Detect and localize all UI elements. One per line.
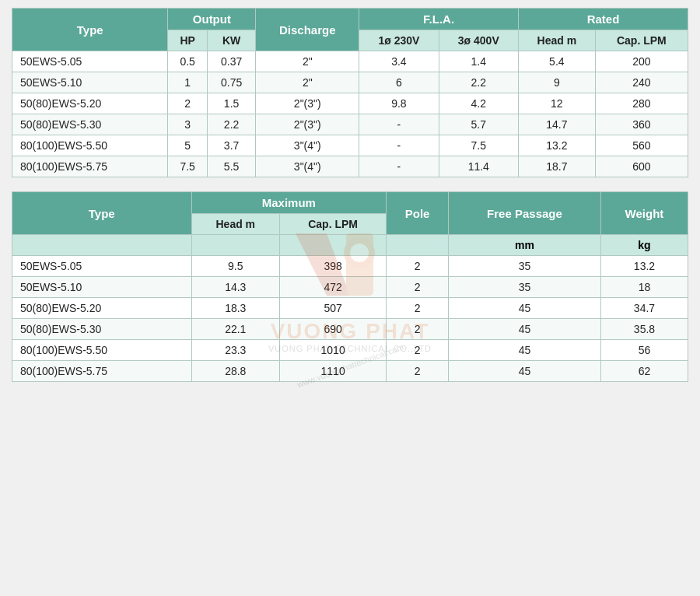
t2-h-maximum: Maximum xyxy=(191,192,387,214)
table-row: 50(80)EWS-5.20 18.3 507 2 45 34.7 xyxy=(12,298,688,319)
t2-cap-cell: 1110 xyxy=(280,361,387,382)
t1-hp-cell: 7.5 xyxy=(168,156,207,177)
t2-weight-cell: 56 xyxy=(600,340,688,361)
t2-head-cell: 14.3 xyxy=(191,277,280,298)
t1-kw-cell: 3.7 xyxy=(207,135,256,156)
t1-fla3-cell: 11.4 xyxy=(439,156,518,177)
t1-head-cell: 9 xyxy=(518,72,595,93)
t1-h-rated: Rated xyxy=(518,9,688,30)
t2-weight-cell: 62 xyxy=(600,361,688,382)
t1-fla1-cell: 6 xyxy=(359,72,439,93)
t1-fla3-cell: 5.7 xyxy=(439,114,518,135)
t1-cap-cell: 240 xyxy=(595,72,688,93)
t2-type-cell: 80(100)EWS-5.75 xyxy=(12,361,192,382)
t1-hp-cell: 0.5 xyxy=(168,51,207,72)
t1-inch-cell: 2" xyxy=(256,72,359,93)
t1-kw-cell: 2.2 xyxy=(207,114,256,135)
t2-head-cell: 18.3 xyxy=(191,298,280,319)
t1-type-cell: 50EWS-5.10 xyxy=(12,72,168,93)
t2-fp-cell: 35 xyxy=(448,256,600,277)
t2-cap-cell: 472 xyxy=(280,277,387,298)
t1-type-cell: 50EWS-5.05 xyxy=(12,51,168,72)
t2-h-weight: Weight xyxy=(600,192,688,235)
t2-pole-cell: 2 xyxy=(387,277,449,298)
t1-type-cell: 50(80)EWS-5.20 xyxy=(12,93,168,114)
t1-hp-cell: 2 xyxy=(168,93,207,114)
t2-head-cell: 9.5 xyxy=(191,256,280,277)
t1-inch-cell: 2"(3") xyxy=(256,114,359,135)
t2-type-cell: 80(100)EWS-5.50 xyxy=(12,340,192,361)
table1: Type Output Discharge F.L.A. Rated HP KW… xyxy=(12,8,688,177)
t1-sh-fla1: 1ø 230V xyxy=(359,30,439,51)
t2-sh-kg: kg xyxy=(600,235,688,256)
t2-fp-cell: 35 xyxy=(448,277,600,298)
table-row: 80(100)EWS-5.50 5 3.7 3"(4") - 7.5 13.2 … xyxy=(12,135,688,156)
t2-sh-head: Head m xyxy=(191,214,280,235)
table-row: 80(100)EWS-5.75 7.5 5.5 3"(4") - 11.4 18… xyxy=(12,156,688,177)
t1-h-discharge: Discharge xyxy=(256,9,359,51)
t1-hp-cell: 5 xyxy=(168,135,207,156)
t2-h-type: Type xyxy=(12,192,192,235)
t1-sh-head: Head m xyxy=(518,30,595,51)
t2-fp-cell: 45 xyxy=(448,298,600,319)
t2-type-cell: 50(80)EWS-5.30 xyxy=(12,319,192,340)
t2-sh-cap: Cap. LPM xyxy=(280,214,387,235)
t2-type-cell: 50EWS-5.05 xyxy=(12,256,192,277)
t1-head-cell: 5.4 xyxy=(518,51,595,72)
t1-head-cell: 18.7 xyxy=(518,156,595,177)
table-row: 80(100)EWS-5.50 23.3 1010 2 45 56 xyxy=(12,340,688,361)
t1-sh-hp: HP xyxy=(168,30,207,51)
t2-fp-cell: 45 xyxy=(448,340,600,361)
t1-h-fla: F.L.A. xyxy=(359,9,519,30)
t1-fla3-cell: 4.2 xyxy=(439,93,518,114)
t1-fla3-cell: 2.2 xyxy=(439,72,518,93)
t2-type-cell: 50(80)EWS-5.20 xyxy=(12,298,192,319)
t2-h-pole: Pole xyxy=(387,192,449,235)
t2-cap-cell: 398 xyxy=(280,256,387,277)
t1-fla1-cell: 3.4 xyxy=(359,51,439,72)
t1-kw-cell: 0.37 xyxy=(207,51,256,72)
t1-fla1-cell: 9.8 xyxy=(359,93,439,114)
t1-type-cell: 50(80)EWS-5.30 xyxy=(12,114,168,135)
t2-pole-cell: 2 xyxy=(387,340,449,361)
t2-weight-cell: 18 xyxy=(600,277,688,298)
t2-h-freepassage: Free Passage xyxy=(448,192,600,235)
t1-type-cell: 80(100)EWS-5.50 xyxy=(12,135,168,156)
t1-inch-cell: 2"(3") xyxy=(256,93,359,114)
t1-sh-fla3: 3ø 400V xyxy=(439,30,518,51)
t2-pole-cell: 2 xyxy=(387,298,449,319)
table2: Type Maximum Pole Free Passage Weight He… xyxy=(12,191,688,382)
t1-hp-cell: 3 xyxy=(168,114,207,135)
t1-type-cell: 80(100)EWS-5.75 xyxy=(12,156,168,177)
t1-kw-cell: 1.5 xyxy=(207,93,256,114)
table-row: 50(80)EWS-5.20 2 1.5 2"(3") 9.8 4.2 12 2… xyxy=(12,93,688,114)
t2-weight-cell: 35.8 xyxy=(600,319,688,340)
table-row: 80(100)EWS-5.75 28.8 1110 2 45 62 xyxy=(12,361,688,382)
t1-fla1-cell: - xyxy=(359,114,439,135)
t2-cap-cell: 1010 xyxy=(280,340,387,361)
table1-header-row: Type Output Discharge F.L.A. Rated xyxy=(12,9,688,30)
table2-unit-row: mm kg xyxy=(12,235,688,256)
t1-head-cell: 12 xyxy=(518,93,595,114)
t2-fp-cell: 45 xyxy=(448,361,600,382)
table-row: 50(80)EWS-5.30 22.1 690 2 45 35.8 xyxy=(12,319,688,340)
t1-inch-cell: 3"(4") xyxy=(256,156,359,177)
table-row: 50(80)EWS-5.30 3 2.2 2"(3") - 5.7 14.7 3… xyxy=(12,114,688,135)
t1-fla3-cell: 7.5 xyxy=(439,135,518,156)
t2-type-cell: 50EWS-5.10 xyxy=(12,277,192,298)
table-row: 50EWS-5.05 9.5 398 2 35 13.2 xyxy=(12,256,688,277)
table-row: 50EWS-5.05 0.5 0.37 2" 3.4 1.4 5.4 200 xyxy=(12,51,688,72)
t1-cap-cell: 280 xyxy=(595,93,688,114)
t1-head-cell: 13.2 xyxy=(518,135,595,156)
t1-hp-cell: 1 xyxy=(168,72,207,93)
t1-inch-cell: 2" xyxy=(256,51,359,72)
t1-fla3-cell: 1.4 xyxy=(439,51,518,72)
t2-cap-cell: 507 xyxy=(280,298,387,319)
t2-pole-cell: 2 xyxy=(387,256,449,277)
table2-header-row: Type Maximum Pole Free Passage Weight xyxy=(12,192,688,214)
table-row: 50EWS-5.10 1 0.75 2" 6 2.2 9 240 xyxy=(12,72,688,93)
t1-sh-kw: KW xyxy=(207,30,256,51)
t2-head-cell: 22.1 xyxy=(191,319,280,340)
t2-pole-cell: 2 xyxy=(387,319,449,340)
t1-cap-cell: 360 xyxy=(595,114,688,135)
